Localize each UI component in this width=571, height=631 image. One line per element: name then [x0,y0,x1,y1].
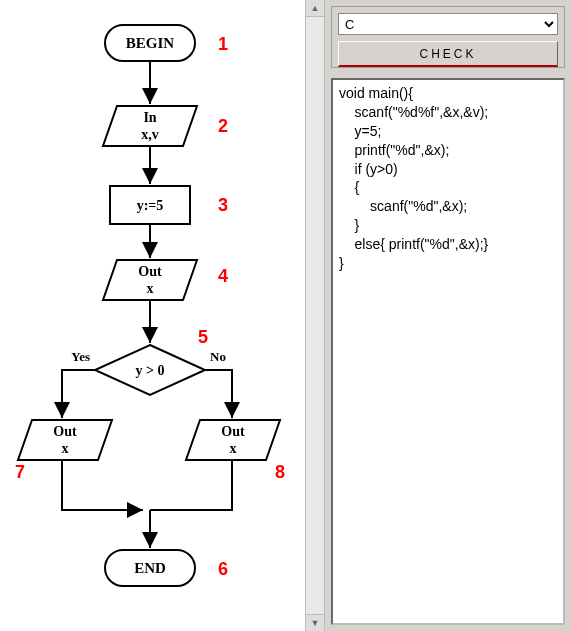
node-out-left-var: x [62,441,69,456]
app-root: BEGIN 1 In x,v 2 y:=5 3 Out x 4 y > 0 5 [0,0,571,631]
node-input-label: In [143,110,156,125]
num-6: 6 [218,559,228,579]
num-8: 8 [275,462,285,482]
label-yes: Yes [71,349,90,364]
right-pane: C CHECK void main(){ scanf("%d%f",&x,&v)… [325,0,571,631]
language-select[interactable]: C [338,13,558,35]
node-end-label: END [134,560,166,576]
language-panel: C CHECK [331,6,565,68]
num-5: 5 [198,327,208,347]
node-out1-label: Out [138,264,162,279]
flowchart-pane: BEGIN 1 In x,v 2 y:=5 3 Out x 4 y > 0 5 [0,0,305,631]
node-assign-label: y:=5 [137,198,164,213]
node-out-right-label: Out [221,424,245,439]
check-button[interactable]: CHECK [338,41,558,67]
node-out1-var: x [147,281,154,296]
code-textarea[interactable]: void main(){ scanf("%d%f",&x,&v); y=5; p… [331,78,565,625]
num-1: 1 [218,34,228,54]
vertical-scrollbar[interactable]: ▲ ▼ [305,0,325,631]
num-4: 4 [218,266,228,286]
flowchart-svg: BEGIN 1 In x,v 2 y:=5 3 Out x 4 y > 0 5 [0,0,305,631]
scroll-down-icon[interactable]: ▼ [306,614,324,631]
node-out-left-label: Out [53,424,77,439]
num-7: 7 [15,462,25,482]
label-no: No [210,349,226,364]
node-begin-label: BEGIN [126,35,175,51]
node-out-right-var: x [230,441,237,456]
scroll-up-icon[interactable]: ▲ [306,0,324,17]
num-3: 3 [218,195,228,215]
node-input-vars: x,v [141,127,159,142]
num-2: 2 [218,116,228,136]
node-decision-label: y > 0 [136,363,165,378]
